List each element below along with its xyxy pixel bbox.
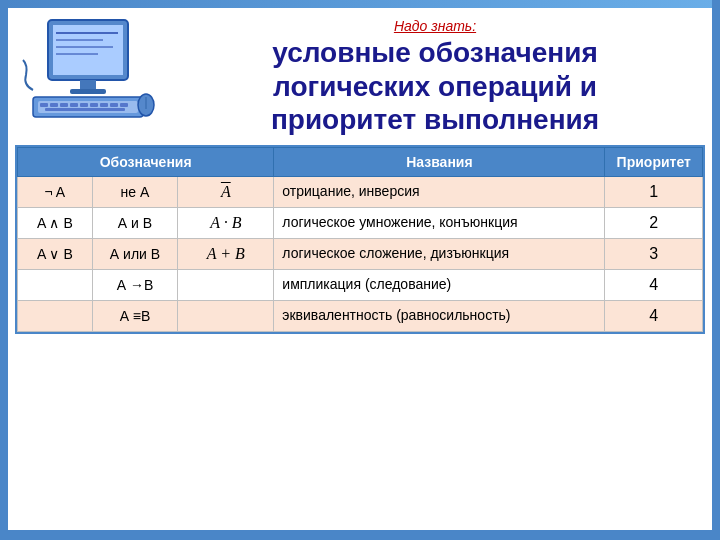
title-line2: логических операций и — [273, 71, 597, 102]
table-header-row: Обозначения Названия Приоритет — [18, 147, 703, 176]
table-row: A ∨ B А или В A + B логическое сложение,… — [18, 238, 703, 269]
table-row: А →В импликация (следование) 4 — [18, 269, 703, 300]
cell-formula: A — [178, 176, 274, 207]
cell-text: не А — [92, 176, 177, 207]
cell-formula: A · B — [178, 207, 274, 238]
cell-priority: 4 — [605, 300, 703, 331]
cell-symbol — [18, 269, 93, 300]
cell-priority: 4 — [605, 269, 703, 300]
bottom-bar — [0, 530, 720, 540]
cell-symbol: A ∨ B — [18, 238, 93, 269]
subtitle: Надо знать: — [170, 18, 700, 34]
cell-priority: 1 — [605, 176, 703, 207]
cell-description: логическое сложение, дизъюнкция — [274, 238, 605, 269]
cell-priority: 2 — [605, 207, 703, 238]
title-line3: приоритет выполнения — [271, 104, 599, 135]
top-bar — [0, 0, 720, 8]
title: условные обозначения логических операций… — [170, 36, 700, 137]
cell-text: А и В — [92, 207, 177, 238]
header-priority: Приоритет — [605, 147, 703, 176]
header-notation: Обозначения — [18, 147, 274, 176]
table-row: А ≡В эквивалентность (равносильность) 4 — [18, 300, 703, 331]
cell-formula: A + B — [178, 238, 274, 269]
cell-priority: 3 — [605, 238, 703, 269]
cell-symbol: ¬ A — [18, 176, 93, 207]
cell-symbol: A ∧ B — [18, 207, 93, 238]
cell-formula — [178, 300, 274, 331]
cell-text: А или В — [92, 238, 177, 269]
cell-symbol — [18, 300, 93, 331]
title-line1: условные обозначения — [272, 37, 598, 68]
cell-description: логическое умножение, конъюнкция — [274, 207, 605, 238]
main-table-container: Обозначения Названия Приоритет ¬ A не А … — [15, 145, 705, 334]
cell-description: эквивалентность (равносильность) — [274, 300, 605, 331]
cell-description: отрицание, инверсия — [274, 176, 605, 207]
header: Надо знать: условные обозначения логичес… — [0, 8, 720, 137]
header-name: Названия — [274, 147, 605, 176]
table-row: ¬ A не А A отрицание, инверсия 1 — [18, 176, 703, 207]
cell-text: А ≡В — [92, 300, 177, 331]
cell-formula — [178, 269, 274, 300]
slide: Надо знать: условные обозначения логичес… — [0, 0, 720, 540]
table-row: A ∧ B А и В A · B логическое умножение, … — [18, 207, 703, 238]
logic-table: Обозначения Названия Приоритет ¬ A не А … — [17, 147, 703, 332]
cell-text: А →В — [92, 269, 177, 300]
cell-description: импликация (следование) — [274, 269, 605, 300]
